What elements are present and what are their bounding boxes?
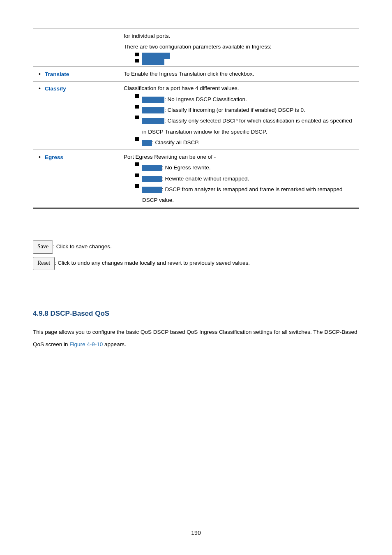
figure-link[interactable]: Figure 4-9-10 [69,341,103,347]
square-bullet-icon [135,105,139,109]
save-button-desc: : Click to save changes. [53,244,112,250]
reset-button-desc: : Click to undo any changes made locally… [55,260,250,266]
square-bullet-icon [135,137,139,141]
row-text: for individual ports. [124,31,357,42]
row-text: Classification for a port have 4 differe… [124,83,357,94]
buttons-section: Buttons Save: Click to save changes. Res… [33,227,359,270]
option-label-icon [142,165,162,171]
table-row: Translate To Enable the Ingress Translat… [33,67,359,81]
row-text: There are two configuration parameters a… [124,42,357,52]
square-bullet-icon [135,173,139,177]
option-text: : Rewrite enable without remapped. [162,176,249,182]
bullet-icon [35,154,45,160]
option-text: : DSCP from analyzer is remapped and fra… [142,186,342,203]
square-bullet-icon [135,53,139,56]
option-text: : Classify if incoming (or translated if… [164,107,305,113]
option-text: : No Ingress DSCP Classification. [164,96,247,102]
square-bullet-icon [135,116,139,119]
intro-text-b: appears. [103,341,126,347]
reset-button[interactable]: Reset [33,257,55,270]
buttons-heading: Buttons [33,227,359,238]
bullet-icon [35,86,45,92]
config-table: for individual ports. There are two conf… [33,28,359,209]
option-label-icon [142,187,162,193]
option-text: : No Egress rewrite. [162,164,211,171]
page-number: 190 [0,527,392,539]
option-label-icon [142,118,164,124]
classify-label-icon [142,59,164,65]
option-label-icon [142,97,164,103]
save-button[interactable]: Save [33,240,53,254]
row-label: Egress [45,154,63,160]
option-label-icon [142,176,162,182]
table-row: Classify Classification for a port have … [33,81,359,150]
row-label: Classify [45,86,66,92]
option-label-icon [142,107,164,113]
row-text: Port Egress Rewriting can be one of - [124,152,357,162]
intro-paragraph: This page allows you to configure the ba… [33,326,359,350]
table-row: for individual ports. There are two conf… [33,29,359,67]
row-text: To Enable the Ingress Translation click … [124,69,357,79]
table-row: Egress Port Egress Rewriting can be one … [33,150,359,208]
option-label-icon [142,140,152,146]
square-bullet-icon [135,184,139,188]
translate-label-icon [142,53,170,59]
section-heading: 4.9.8 DSCP-Based QoS [33,307,359,320]
option-text: : Classify all DSCP. [152,139,199,146]
row-label: Translate [45,71,69,77]
option-text: : Classify only selected DSCP for which … [142,118,352,134]
square-bullet-icon [135,162,139,166]
square-bullet-icon [135,94,139,98]
square-bullet-icon [135,59,139,62]
bullet-icon [35,71,45,77]
